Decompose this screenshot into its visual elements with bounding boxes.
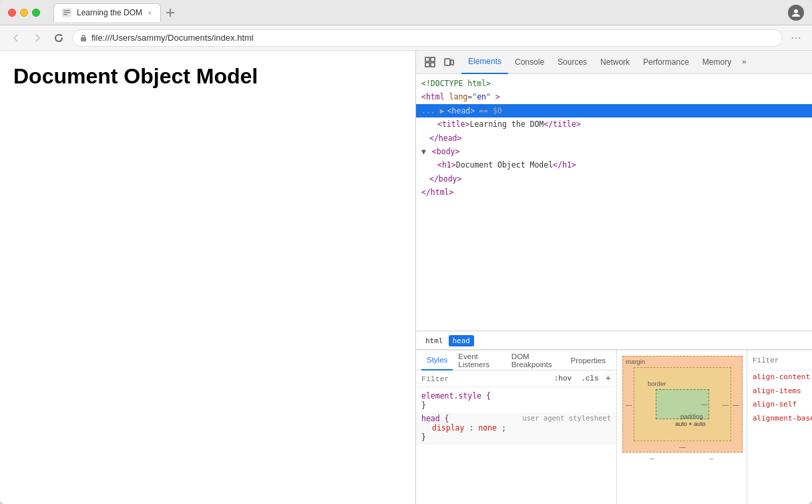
svg-rect-2 bbox=[63, 12, 70, 13]
device-icon bbox=[443, 57, 454, 67]
head-style-close: } bbox=[421, 433, 611, 442]
tab-memory[interactable]: Memory bbox=[696, 51, 738, 74]
more-tabs-button[interactable]: » bbox=[738, 55, 751, 69]
devtools-toolbar: Elements Console Sources Network Perform… bbox=[416, 51, 812, 74]
display-prop: display : none ; bbox=[421, 423, 611, 433]
breadcrumb-head[interactable]: head bbox=[449, 335, 475, 346]
svg-rect-7 bbox=[81, 37, 86, 41]
dom-line-doctype: <!DOCTYPE html> bbox=[416, 77, 812, 90]
tab-event-listeners[interactable]: Event Listeners bbox=[453, 350, 506, 370]
bottom-panel: Styles Event Listeners DOM Breakpoints P… bbox=[416, 350, 812, 504]
dom-line-h1[interactable]: <h1>Document Object Model</h1> bbox=[416, 158, 812, 172]
cls-filter-button[interactable]: .cls bbox=[578, 373, 601, 384]
dom-line-head[interactable]: ... ▶ <head> == $0 bbox=[416, 104, 812, 117]
computed-filter-input[interactable] bbox=[753, 356, 812, 364]
computed-row: alignment-base… auto bbox=[747, 412, 812, 426]
profile-icon bbox=[791, 8, 801, 17]
devtools-panel: Elements Console Sources Network Perform… bbox=[415, 51, 812, 504]
main-content: Document Object Model bbox=[0, 51, 812, 504]
navigation-bar: file:///Users/sammy/Documents/index.html… bbox=[0, 25, 812, 51]
page-heading: Document Object Model bbox=[13, 64, 402, 89]
computed-row: align-items normal bbox=[747, 385, 812, 399]
svg-rect-12 bbox=[445, 59, 450, 65]
maximize-window-button[interactable] bbox=[32, 9, 40, 17]
new-tab-icon bbox=[165, 7, 176, 18]
refresh-icon bbox=[54, 33, 63, 43]
element-style-rule: element.style { } bbox=[416, 390, 616, 413]
box-model-content: auto × auto bbox=[690, 423, 691, 425]
add-style-button[interactable]: + bbox=[606, 373, 611, 384]
dom-line-title[interactable]: <title>Learning the DOM</title> bbox=[416, 117, 812, 131]
tab-bar: Learning the DOM × bbox=[53, 3, 783, 22]
dom-inspector: <!DOCTYPE html> <html lang="en" > ... ▶ … bbox=[416, 74, 812, 331]
tab-properties[interactable]: Properties bbox=[566, 350, 611, 370]
refresh-button[interactable] bbox=[51, 30, 67, 46]
svg-rect-8 bbox=[425, 57, 429, 61]
title-bar: Learning the DOM × bbox=[0, 0, 812, 25]
styles-tab-bar: Styles Event Listeners DOM Breakpoints P… bbox=[416, 350, 616, 370]
tab-favicon-icon bbox=[62, 8, 71, 17]
computed-row: align-self auto bbox=[747, 398, 812, 412]
browser-more-button[interactable]: ⋯ bbox=[788, 30, 804, 46]
dom-line-head-close[interactable]: </head> bbox=[416, 132, 812, 145]
page-content: Document Object Model bbox=[0, 51, 415, 504]
svg-point-6 bbox=[794, 9, 798, 13]
box-model-panel: margin — — — border — padding — bbox=[616, 350, 747, 504]
back-button[interactable] bbox=[8, 30, 24, 46]
computed-list: align-content normal align-items normal … bbox=[747, 370, 812, 504]
tab-dom-breakpoints[interactable]: DOM Breakpoints bbox=[506, 350, 566, 370]
tab-performance[interactable]: Performance bbox=[636, 51, 696, 74]
styles-filter-input[interactable] bbox=[421, 374, 548, 383]
styles-panel: Styles Event Listeners DOM Breakpoints P… bbox=[416, 350, 616, 504]
box-model-dimensions: auto × auto bbox=[675, 421, 705, 427]
dom-line-html-close[interactable]: </html> bbox=[416, 186, 812, 199]
browser-tab[interactable]: Learning the DOM × bbox=[53, 3, 161, 22]
style-source: user agent stylesheet bbox=[522, 414, 611, 422]
svg-rect-5 bbox=[170, 9, 171, 17]
breadcrumb: html head bbox=[416, 331, 812, 350]
box-model-diagram: margin — — — border — padding — bbox=[622, 356, 743, 453]
head-style-rule: head { user agent stylesheet display : n… bbox=[416, 413, 616, 445]
border-label: border bbox=[648, 380, 666, 387]
margin-label: margin bbox=[626, 358, 645, 365]
minimize-window-button[interactable] bbox=[20, 9, 28, 17]
traffic-lights bbox=[8, 9, 40, 17]
head-style-selector-line: head { user agent stylesheet bbox=[421, 414, 611, 423]
box-model-bottom-values: — — bbox=[622, 455, 741, 463]
new-tab-button[interactable] bbox=[161, 3, 180, 22]
tab-console[interactable]: Console bbox=[508, 51, 551, 74]
tab-close-button[interactable]: × bbox=[148, 9, 152, 17]
inspect-icon bbox=[425, 57, 435, 67]
computed-filter-bar: Show all bbox=[747, 350, 812, 370]
styles-filter-bar: :hov .cls + bbox=[416, 370, 616, 387]
tab-sources[interactable]: Sources bbox=[551, 51, 594, 74]
dom-line-body[interactable]: ▼ <body> bbox=[416, 145, 812, 158]
devtools-tabs: Elements Console Sources Network Perform… bbox=[461, 51, 812, 74]
tab-network[interactable]: Network bbox=[594, 51, 636, 74]
dom-line-body-close[interactable]: </body> bbox=[416, 172, 812, 186]
svg-rect-11 bbox=[431, 63, 435, 67]
computed-row: align-content normal bbox=[747, 370, 812, 385]
tab-elements[interactable]: Elements bbox=[461, 51, 508, 74]
profile-button[interactable] bbox=[788, 5, 804, 21]
tab-styles[interactable]: Styles bbox=[421, 350, 453, 370]
forward-button[interactable] bbox=[29, 30, 45, 46]
box-model-margin: margin — — — border — padding — bbox=[622, 356, 743, 453]
svg-rect-13 bbox=[451, 60, 453, 65]
inspect-element-button[interactable] bbox=[421, 53, 439, 71]
svg-rect-3 bbox=[63, 14, 67, 15]
box-model-border: border — padding — auto × auto bbox=[634, 367, 731, 441]
close-window-button[interactable] bbox=[8, 9, 16, 17]
box-model-padding: padding — auto × auto bbox=[656, 389, 709, 419]
svg-rect-10 bbox=[425, 63, 429, 67]
url-bar[interactable]: file:///Users/sammy/Documents/index.html bbox=[72, 29, 783, 47]
device-toolbar-button[interactable] bbox=[440, 53, 457, 71]
forward-icon bbox=[33, 33, 42, 43]
hov-filter-button[interactable]: :hov bbox=[552, 373, 574, 384]
dom-line-html[interactable]: <html lang="en" > bbox=[416, 90, 812, 103]
secure-icon bbox=[79, 34, 87, 42]
svg-rect-1 bbox=[63, 10, 70, 11]
back-icon bbox=[11, 33, 21, 43]
browser-window: Learning the DOM × bbox=[0, 0, 812, 504]
breadcrumb-html[interactable]: html bbox=[421, 335, 447, 346]
